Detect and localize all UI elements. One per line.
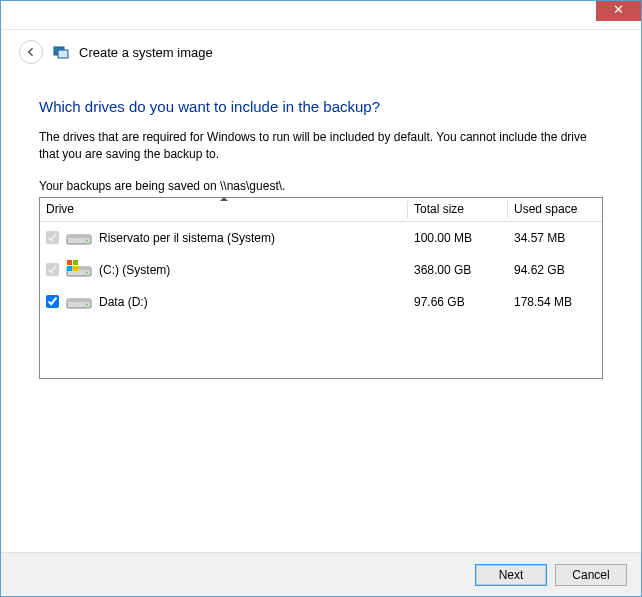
close-button[interactable]: ✕ xyxy=(596,1,641,21)
column-header-used-space[interactable]: Used space xyxy=(508,198,602,221)
arrow-left-icon xyxy=(25,46,37,58)
drive-checkbox xyxy=(46,231,59,244)
table-row[interactable]: Data (D:)97.66 GB178.54 MB xyxy=(40,286,602,318)
close-icon: ✕ xyxy=(613,2,624,17)
table-row[interactable]: (C:) (System)368.00 GB94.62 GB xyxy=(40,254,602,286)
svg-rect-9 xyxy=(73,260,78,265)
svg-rect-1 xyxy=(58,50,68,58)
back-button[interactable] xyxy=(19,40,43,64)
sort-ascending-icon xyxy=(220,197,228,201)
next-button[interactable]: Next xyxy=(475,564,547,586)
svg-rect-3 xyxy=(67,235,91,238)
drive-label: Riservato per il sistema (System) xyxy=(99,231,275,245)
svg-point-4 xyxy=(86,239,88,241)
drive-total-size: 100.00 MB xyxy=(408,231,508,245)
svg-point-7 xyxy=(86,271,88,273)
svg-rect-8 xyxy=(67,260,72,265)
drive-label: (C:) (System) xyxy=(99,263,170,277)
svg-rect-13 xyxy=(67,299,91,302)
svg-point-14 xyxy=(86,303,88,305)
drive-icon xyxy=(65,291,93,313)
page-title: Create a system image xyxy=(79,45,213,60)
description-text: The drives that are required for Windows… xyxy=(39,129,603,163)
column-header-total-size[interactable]: Total size xyxy=(408,198,508,221)
drive-total-size: 368.00 GB xyxy=(408,263,508,277)
drive-checkbox[interactable] xyxy=(46,295,59,308)
drive-system-icon xyxy=(65,259,93,281)
drive-used-space: 34.57 MB xyxy=(508,231,602,245)
drive-icon xyxy=(65,227,93,249)
app-icon xyxy=(53,44,69,60)
column-header-total-label: Total size xyxy=(414,202,464,216)
drive-used-space: 178.54 MB xyxy=(508,295,602,309)
cancel-button[interactable]: Cancel xyxy=(555,564,627,586)
table-row[interactable]: Riservato per il sistema (System)100.00 … xyxy=(40,222,602,254)
svg-rect-10 xyxy=(67,266,72,271)
drive-label: Data (D:) xyxy=(99,295,148,309)
main-heading: Which drives do you want to include in t… xyxy=(39,98,603,115)
column-header-drive[interactable]: Drive xyxy=(40,198,408,221)
drive-checkbox xyxy=(46,263,59,276)
svg-rect-11 xyxy=(73,266,78,271)
column-header-drive-label: Drive xyxy=(46,202,74,216)
save-location-text: Your backups are being saved on \\nas\gu… xyxy=(39,179,603,193)
drive-used-space: 94.62 GB xyxy=(508,263,602,277)
drive-total-size: 97.66 GB xyxy=(408,295,508,309)
drives-table: Drive Total size Used space Riservato pe… xyxy=(39,197,603,379)
column-header-used-label: Used space xyxy=(514,202,577,216)
